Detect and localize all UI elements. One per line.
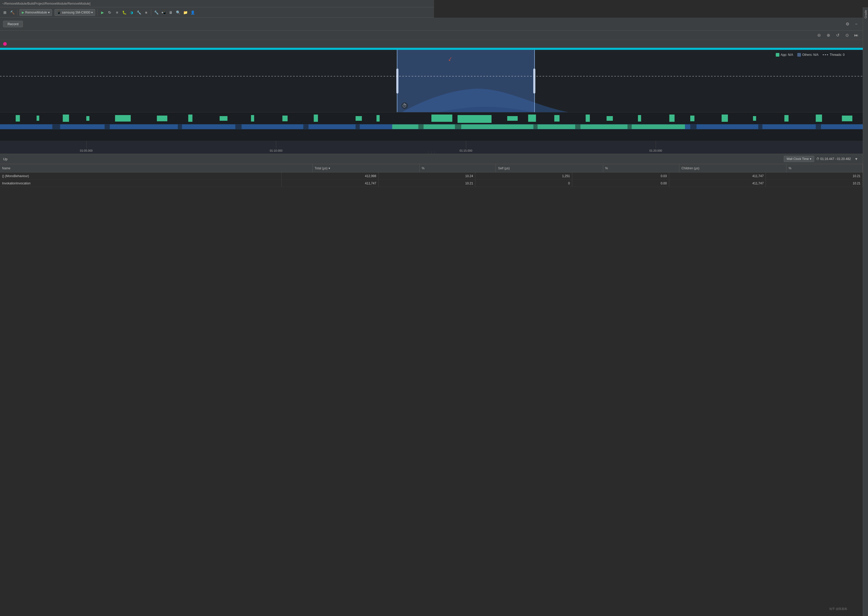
svg-rect-33 <box>392 124 434 129</box>
search-icon[interactable]: 🔍 <box>175 9 181 15</box>
row2-name: InvokationInvocation <box>0 180 282 187</box>
device-chevron: ▾ <box>91 11 93 14</box>
svg-rect-8 <box>157 116 167 121</box>
table-row: () (MonoBehaviour) 412,998 10.24 1,251 0… <box>0 173 434 180</box>
thread-svg <box>0 112 434 141</box>
svg-rect-38 <box>235 124 241 129</box>
build-icon[interactable]: 🔨 <box>9 9 15 15</box>
svg-rect-10 <box>220 116 227 121</box>
play-icon[interactable]: ▶ <box>99 9 105 15</box>
profile-icon[interactable]: ◑ <box>129 9 134 15</box>
col-total-pct: % <box>420 164 434 172</box>
svg-rect-36 <box>104 124 110 129</box>
title-path: ~/RemoveModule/BuildProject/RemoveModule… <box>2 2 90 5</box>
clock-icon: ⏱ <box>401 102 408 109</box>
thread-area <box>0 112 434 141</box>
svg-rect-6 <box>86 116 90 121</box>
toolbar-sep-1 <box>17 9 17 16</box>
up-label: Up <box>3 157 8 161</box>
row1-total: 412,998 <box>282 173 379 179</box>
module-chevron: ▾ <box>48 11 50 14</box>
device-dropdown[interactable]: 📱 samsung SM-C9000 ▾ <box>55 9 95 16</box>
row2-total: 411,747 <box>282 180 379 187</box>
chart-area: App: N/A Others: N/A Threads: 0 100 50 <box>0 50 434 112</box>
device-label: samsung SM-C9000 <box>62 11 90 14</box>
svg-rect-41 <box>418 124 424 129</box>
svg-rect-11 <box>251 115 254 121</box>
timeline-ruler: 01:05.000 01:10.000 01:15.000 01:20.000 … <box>0 141 434 154</box>
toolbar-sep-2 <box>97 9 98 16</box>
svg-rect-12 <box>282 116 288 121</box>
col-total[interactable]: Total (μs) ▾ <box>313 164 420 172</box>
svg-rect-3 <box>16 115 20 121</box>
recording-indicator <box>3 42 7 46</box>
chart-svg <box>0 50 434 112</box>
svg-rect-40 <box>356 124 360 129</box>
row2-total-pct: 10.21 <box>379 180 434 187</box>
row1-name: () (MonoBehaviour) <box>0 173 282 179</box>
svg-rect-35 <box>52 124 60 129</box>
svg-rect-39 <box>303 124 309 129</box>
memory-icon[interactable]: 🔧 <box>136 9 142 15</box>
ruler-line-1 <box>86 141 87 149</box>
tick-1: 01:05.000 <box>80 149 93 152</box>
table-header: Name Total (μs) ▾ % Self (μs) % Children… <box>0 164 434 173</box>
folder-icon[interactable]: 📁 <box>183 9 188 15</box>
table-row: InvokationInvocation 411,747 10.21 0 0.0… <box>0 180 434 187</box>
module-label: RemoveModule <box>25 11 47 14</box>
col-name: Name <box>0 164 313 172</box>
timeline-bar <box>0 48 434 50</box>
refresh-icon[interactable]: ↻ <box>107 9 112 15</box>
main-content: Record ⚙ − ⊖ ⊕ ↺ ⊙ ⏭ App: N/A Others: N/… <box>0 18 434 308</box>
row1-total-pct: 10.24 <box>379 173 434 179</box>
resize-handle[interactable]: ⋮ ⋮ ⋮ <box>427 151 434 154</box>
toolbar: ⊞ 🔨 ▶ RemoveModule ▾ 📱 samsung SM-C9000 … <box>0 7 434 18</box>
ruler-line-2 <box>276 141 276 149</box>
screen-icon[interactable]: 🖥 <box>168 9 173 15</box>
tick-2: 01:10.000 <box>270 149 282 152</box>
svg-rect-9 <box>188 115 192 122</box>
indicator-row <box>0 40 434 48</box>
bug-icon[interactable]: 🐛 <box>121 9 127 15</box>
svg-rect-15 <box>377 115 380 121</box>
svg-rect-5 <box>63 115 69 122</box>
tools-icon[interactable]: 🔧 <box>153 9 159 15</box>
selection-handle-left[interactable] <box>396 69 399 93</box>
svg-rect-13 <box>313 115 318 122</box>
stop-icon[interactable]: ■ <box>143 9 149 15</box>
record-button[interactable]: Record <box>3 21 23 27</box>
svg-rect-4 <box>37 116 39 121</box>
toolbar-sep-3 <box>151 9 151 16</box>
svg-rect-7 <box>115 115 131 121</box>
device-mgr-icon[interactable]: 📲 <box>161 9 166 15</box>
user-icon[interactable]: 👤 <box>190 9 195 15</box>
svg-rect-0 <box>0 50 434 112</box>
editor-icon[interactable]: ⊞ <box>2 9 8 15</box>
svg-rect-37 <box>178 124 182 129</box>
bottom-bar: Up Wall Clock Time ▾ ⏱ 01:16.447 - 01:20… <box>0 154 434 164</box>
titlebar: ~/RemoveModule/BuildProject/RemoveModule… <box>0 0 434 7</box>
list-icon[interactable]: ≡ <box>114 9 120 15</box>
module-dropdown[interactable]: ▶ RemoveModule ▾ <box>19 9 52 16</box>
svg-rect-16 <box>432 115 434 122</box>
svg-rect-14 <box>356 116 362 121</box>
profiler-header: Record ⚙ − <box>0 18 434 31</box>
